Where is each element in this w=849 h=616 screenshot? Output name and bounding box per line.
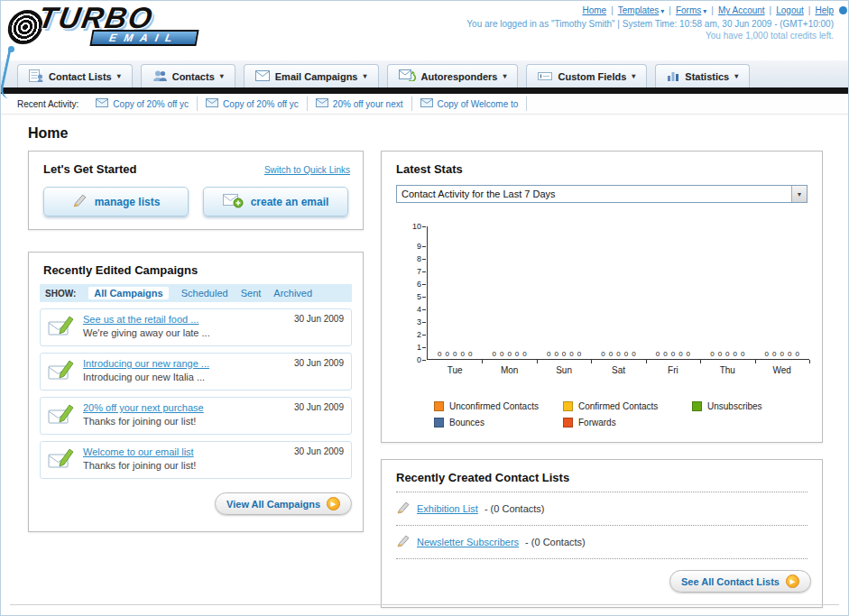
switch-quick-links-link[interactable]: Switch to Quick Links — [264, 165, 350, 175]
recent-activity-link: Copy of 20% off yc — [223, 99, 299, 109]
bar-value-label: 0 — [547, 350, 550, 358]
bar-value-label: 0 — [609, 350, 613, 358]
recent-activity-item[interactable]: Copy of Welcome to — [412, 97, 528, 111]
pencil-icon — [396, 534, 411, 550]
bar-value-label: 0 — [687, 350, 690, 358]
see-all-contact-lists-button[interactable]: See All Contact Lists ▶ — [669, 570, 811, 593]
legend-swatch — [692, 401, 702, 411]
view-all-campaigns-label: View All Campaigns — [226, 499, 320, 510]
filter-scheduled[interactable]: Scheduled — [181, 288, 228, 299]
campaign-date: 30 Jun 2009 — [294, 314, 344, 324]
campaign-date: 30 Jun 2009 — [294, 446, 344, 456]
chart-bar-group: 00000Sun — [537, 226, 591, 359]
recent-activity-item[interactable]: Copy of 20% off yc — [88, 97, 198, 111]
y-tick-label: 1 — [403, 344, 421, 351]
logo-text: TURBO EMAIL — [39, 3, 198, 46]
bar-value-label: 0 — [772, 350, 776, 358]
contact-list-item[interactable]: Newsletter Subscribers - (0 Contacts) — [382, 526, 822, 558]
campaign-row[interactable]: Introducing our new range ... Introducin… — [40, 353, 352, 391]
filter-sent[interactable]: Sent — [241, 288, 262, 299]
manage-lists-button[interactable]: manage lists — [43, 187, 189, 216]
get-started-buttons: manage lists create an email — [29, 183, 363, 216]
bar-value-label: 0 — [710, 350, 714, 358]
top-link-logout[interactable]: Logout — [776, 5, 804, 15]
logo-decorative-dot — [8, 46, 14, 52]
app-logo[interactable]: TURBO EMAIL — [8, 3, 198, 46]
separator — [804, 5, 816, 15]
contact-list-link[interactable]: Exhibition List — [417, 503, 478, 514]
view-all-campaigns-button[interactable]: View All Campaigns ▶ — [215, 492, 352, 515]
campaign-title-link[interactable]: See us at the retail food ... — [83, 314, 287, 325]
contact-lists-icon — [29, 69, 43, 84]
stats-panel-title: Latest Stats — [382, 152, 822, 183]
tab-statistics[interactable]: Statistics ▾ — [655, 64, 750, 87]
bar-value-labels: 00000 — [601, 350, 635, 358]
envelope-icon — [255, 70, 270, 83]
top-link-templates[interactable]: Templates▾ — [618, 5, 665, 15]
legend-swatch — [434, 418, 444, 428]
tab-email-campaigns[interactable]: Email Campaigns ▾ — [244, 64, 379, 87]
campaign-texts: Welcome to our email list Thanks for joi… — [83, 446, 287, 471]
x-axis-label: Tue — [428, 365, 482, 375]
custom-fields-icon — [538, 70, 552, 83]
tab-label: Email Campaigns — [275, 71, 358, 82]
bar-value-label: 0 — [460, 350, 464, 358]
arrow-right-icon: ▶ — [786, 575, 799, 588]
latest-stats-panel: Latest Stats Contact Activity for the La… — [381, 151, 823, 443]
campaign-subtitle: Thanks for joining our list! — [83, 460, 287, 471]
campaign-texts: Introducing our new range ... Introducin… — [83, 358, 287, 382]
y-tick-label: 3 — [403, 318, 421, 326]
recently-edited-campaigns-panel: Recently Edited Campaigns SHOW: All Camp… — [28, 252, 364, 532]
legend-swatch — [563, 401, 573, 411]
campaign-title-link[interactable]: Introducing our new range ... — [83, 358, 287, 369]
tab-contact-lists[interactable]: Contact Lists ▾ — [17, 64, 133, 87]
campaign-row[interactable]: 20% off your next purchase Thanks for jo… — [40, 397, 352, 435]
campaign-subtitle: Introducing our new Italia ... — [83, 372, 287, 382]
tab-custom-fields[interactable]: Custom Fields ▾ — [526, 64, 647, 87]
bar-value-label: 0 — [780, 350, 784, 358]
legend-label: Unsubscribes — [707, 401, 762, 411]
legend-item: Unsubscribes — [692, 401, 821, 411]
campaign-row[interactable]: Welcome to our email list Thanks for joi… — [40, 441, 352, 479]
top-link-help[interactable]: Help — [815, 5, 834, 15]
envelope-pencil-icon — [48, 446, 75, 473]
y-tick-label: 4 — [403, 306, 421, 313]
legend-swatch — [563, 418, 573, 428]
pencil-icon — [72, 193, 88, 211]
top-link-home[interactable]: Home — [582, 5, 606, 15]
left-column: Let's Get Started Switch to Quick Links … — [28, 151, 364, 532]
campaign-row[interactable]: See us at the retail food ... We're givi… — [40, 308, 352, 346]
recently-created-contact-lists-panel: Recently Created Contact Lists Exhibitio… — [381, 459, 823, 608]
tab-label: Statistics — [685, 71, 729, 82]
stats-range-select[interactable]: Contact Activity for the Last 7 Days ▼ — [396, 185, 807, 203]
recent-activity-item[interactable]: 20% off your next — [308, 97, 412, 111]
get-started-panel: Let's Get Started Switch to Quick Links … — [28, 151, 364, 230]
bar-value-labels: 00000 — [656, 350, 690, 358]
recent-activity-bar: Recent Activity: Copy of 20% off yc Copy… — [1, 94, 848, 115]
recent-activity-item[interactable]: Copy of 20% off yc — [198, 97, 308, 111]
tab-autoresponders[interactable]: Autoresponders ▾ — [387, 64, 519, 87]
campaign-title-link[interactable]: 20% off your next purchase — [83, 402, 287, 413]
top-nav: HomeTemplates▾Forms▾My AccountLogoutHelp — [466, 5, 834, 15]
contact-list-item[interactable]: Exhibition List - (0 Contacts) — [382, 492, 822, 525]
chevron-down-icon: ▾ — [632, 72, 635, 80]
filter-all-campaigns[interactable]: All Campaigns — [88, 287, 168, 299]
stats-range-value: Contact Activity for the Last 7 Days — [397, 188, 791, 199]
bar-value-labels: 00000 — [710, 350, 744, 358]
y-tick-label: 0 — [403, 356, 421, 363]
filter-archived[interactable]: Archived — [273, 288, 312, 299]
recent-activity-link: 20% off your next — [333, 99, 403, 109]
campaigns-panel-footer: View All Campaigns ▶ — [29, 485, 363, 526]
tab-contacts[interactable]: Contacts ▾ — [141, 64, 235, 87]
chart-legend: Unconfirmed ContactsConfirmed ContactsUn… — [434, 401, 822, 428]
bar-value-label: 0 — [507, 350, 511, 358]
y-tick-label: 9 — [403, 243, 421, 250]
legend-item: Forwards — [563, 418, 692, 428]
create-email-label: create an email — [251, 196, 329, 208]
top-link-my-account[interactable]: My Account — [718, 5, 765, 15]
campaign-title-link[interactable]: Welcome to our email list — [83, 446, 287, 457]
campaigns-panel-title: Recently Edited Campaigns — [29, 253, 363, 284]
top-link-forms[interactable]: Forms▾ — [676, 5, 706, 15]
create-email-button[interactable]: create an email — [203, 187, 348, 216]
contact-list-link[interactable]: Newsletter Subscribers — [417, 537, 519, 547]
